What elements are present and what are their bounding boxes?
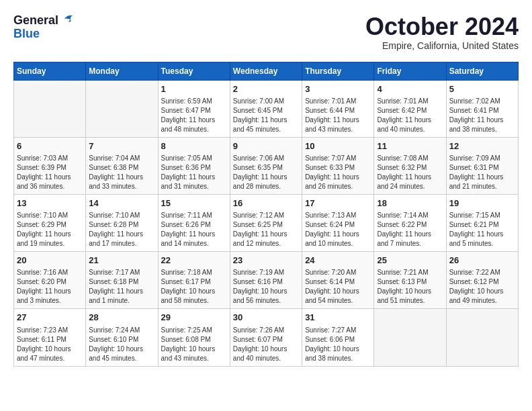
- day-info: Sunrise: 7:16 AMSunset: 6:20 PMDaylight:…: [17, 268, 83, 306]
- calendar-cell: 14Sunrise: 7:10 AMSunset: 6:28 PMDayligh…: [86, 194, 158, 251]
- day-info: Sunrise: 7:02 AMSunset: 6:41 PMDaylight:…: [449, 97, 515, 134]
- day-number: 19: [449, 197, 515, 210]
- day-info: Sunrise: 7:22 AMSunset: 6:12 PMDaylight:…: [449, 268, 515, 306]
- calendar-cell: 24Sunrise: 7:20 AMSunset: 6:14 PMDayligh…: [302, 252, 374, 309]
- calendar-cell: 5Sunrise: 7:02 AMSunset: 6:41 PMDaylight…: [446, 80, 518, 137]
- day-number: 6: [17, 140, 83, 152]
- calendar-cell: [374, 309, 446, 366]
- calendar-cell: [86, 80, 158, 137]
- day-info: Sunrise: 7:07 AMSunset: 6:33 PMDaylight:…: [305, 154, 371, 191]
- weekday-header-friday: Friday: [374, 62, 446, 80]
- calendar-cell: 1Sunrise: 6:59 AMSunset: 6:47 PMDaylight…: [158, 80, 230, 137]
- title-block: October 2024 Empire, California, United …: [365, 13, 519, 51]
- day-number: 15: [161, 197, 227, 210]
- day-number: 13: [17, 197, 83, 210]
- logo-text-general: General: [13, 13, 74, 28]
- calendar-cell: 18Sunrise: 7:14 AMSunset: 6:22 PMDayligh…: [374, 194, 446, 251]
- day-info: Sunrise: 7:10 AMSunset: 6:29 PMDaylight:…: [17, 211, 83, 248]
- day-info: Sunrise: 7:12 AMSunset: 6:25 PMDaylight:…: [233, 211, 299, 248]
- calendar-cell: 10Sunrise: 7:07 AMSunset: 6:33 PMDayligh…: [302, 137, 374, 194]
- day-number: 24: [305, 255, 371, 267]
- day-info: Sunrise: 7:01 AMSunset: 6:42 PMDaylight:…: [377, 97, 443, 134]
- calendar-table: SundayMondayTuesdayWednesdayThursdayFrid…: [13, 62, 519, 367]
- day-info: Sunrise: 7:25 AMSunset: 6:08 PMDaylight:…: [161, 326, 227, 363]
- calendar-cell: 15Sunrise: 7:11 AMSunset: 6:26 PMDayligh…: [158, 194, 230, 251]
- day-info: Sunrise: 7:26 AMSunset: 6:07 PMDaylight:…: [233, 326, 299, 363]
- day-number: 30: [233, 312, 299, 324]
- calendar-cell: 20Sunrise: 7:16 AMSunset: 6:20 PMDayligh…: [14, 252, 86, 309]
- day-number: 2: [233, 83, 299, 95]
- day-info: Sunrise: 7:23 AMSunset: 6:11 PMDaylight:…: [17, 326, 83, 363]
- day-number: 18: [377, 197, 443, 210]
- day-info: Sunrise: 7:27 AMSunset: 6:06 PMDaylight:…: [305, 326, 371, 363]
- weekday-header-wednesday: Wednesday: [230, 62, 302, 80]
- day-info: Sunrise: 7:17 AMSunset: 6:18 PMDaylight:…: [89, 268, 154, 306]
- day-info: Sunrise: 6:59 AMSunset: 6:47 PMDaylight:…: [161, 97, 227, 134]
- calendar-cell: 25Sunrise: 7:21 AMSunset: 6:13 PMDayligh…: [374, 252, 446, 309]
- day-number: 8: [161, 140, 227, 152]
- day-number: 1: [161, 83, 227, 95]
- day-number: 28: [89, 312, 154, 324]
- location-text: Empire, California, United States: [365, 40, 519, 51]
- day-number: 9: [233, 140, 299, 152]
- calendar-cell: 22Sunrise: 7:18 AMSunset: 6:17 PMDayligh…: [158, 252, 230, 309]
- calendar-cell: 8Sunrise: 7:05 AMSunset: 6:36 PMDaylight…: [158, 137, 230, 194]
- day-number: 17: [305, 197, 371, 210]
- day-info: Sunrise: 7:21 AMSunset: 6:13 PMDaylight:…: [377, 268, 443, 306]
- weekday-header-tuesday: Tuesday: [158, 62, 230, 80]
- day-number: 31: [305, 312, 371, 324]
- day-info: Sunrise: 7:03 AMSunset: 6:39 PMDaylight:…: [17, 154, 83, 191]
- calendar-cell: 3Sunrise: 7:01 AMSunset: 6:44 PMDaylight…: [302, 80, 374, 137]
- day-number: 22: [161, 255, 227, 267]
- day-info: Sunrise: 7:14 AMSunset: 6:22 PMDaylight:…: [377, 211, 443, 248]
- calendar-cell: 23Sunrise: 7:19 AMSunset: 6:16 PMDayligh…: [230, 252, 302, 309]
- day-number: 29: [161, 312, 227, 324]
- logo: General Blue: [13, 13, 74, 41]
- calendar-cell: 30Sunrise: 7:26 AMSunset: 6:07 PMDayligh…: [230, 309, 302, 366]
- day-number: 20: [17, 255, 83, 267]
- day-info: Sunrise: 7:01 AMSunset: 6:44 PMDaylight:…: [305, 97, 371, 134]
- calendar-cell: 27Sunrise: 7:23 AMSunset: 6:11 PMDayligh…: [14, 309, 86, 366]
- weekday-header-thursday: Thursday: [302, 62, 374, 80]
- calendar-cell: 11Sunrise: 7:08 AMSunset: 6:32 PMDayligh…: [374, 137, 446, 194]
- day-number: 26: [449, 255, 515, 267]
- calendar-cell: 29Sunrise: 7:25 AMSunset: 6:08 PMDayligh…: [158, 309, 230, 366]
- calendar-cell: 31Sunrise: 7:27 AMSunset: 6:06 PMDayligh…: [302, 309, 374, 366]
- calendar-cell: 4Sunrise: 7:01 AMSunset: 6:42 PMDaylight…: [374, 80, 446, 137]
- day-number: 16: [233, 197, 299, 210]
- day-number: 12: [449, 140, 515, 152]
- day-info: Sunrise: 7:18 AMSunset: 6:17 PMDaylight:…: [161, 268, 227, 306]
- day-number: 10: [305, 140, 371, 152]
- calendar-cell: 16Sunrise: 7:12 AMSunset: 6:25 PMDayligh…: [230, 194, 302, 251]
- calendar-cell: 19Sunrise: 7:15 AMSunset: 6:21 PMDayligh…: [446, 194, 518, 251]
- day-info: Sunrise: 7:13 AMSunset: 6:24 PMDaylight:…: [305, 211, 371, 248]
- day-number: 25: [377, 255, 443, 267]
- day-info: Sunrise: 7:24 AMSunset: 6:10 PMDaylight:…: [89, 326, 154, 363]
- logo-general: General: [13, 13, 58, 27]
- calendar-cell: [14, 80, 86, 137]
- calendar-cell: 26Sunrise: 7:22 AMSunset: 6:12 PMDayligh…: [446, 252, 518, 309]
- calendar-cell: 13Sunrise: 7:10 AMSunset: 6:29 PMDayligh…: [14, 194, 86, 251]
- calendar-cell: 21Sunrise: 7:17 AMSunset: 6:18 PMDayligh…: [86, 252, 158, 309]
- calendar-cell: 17Sunrise: 7:13 AMSunset: 6:24 PMDayligh…: [302, 194, 374, 251]
- day-number: 23: [233, 255, 299, 267]
- day-info: Sunrise: 7:19 AMSunset: 6:16 PMDaylight:…: [233, 268, 299, 306]
- day-number: 27: [17, 312, 83, 324]
- page-header: General Blue October 2024 Empire, Califo…: [13, 13, 519, 51]
- calendar-cell: 6Sunrise: 7:03 AMSunset: 6:39 PMDaylight…: [14, 137, 86, 194]
- calendar-cell: 28Sunrise: 7:24 AMSunset: 6:10 PMDayligh…: [86, 309, 158, 366]
- day-info: Sunrise: 7:10 AMSunset: 6:28 PMDaylight:…: [89, 211, 154, 248]
- day-info: Sunrise: 7:04 AMSunset: 6:38 PMDaylight:…: [89, 154, 154, 191]
- calendar-cell: 7Sunrise: 7:04 AMSunset: 6:38 PMDaylight…: [86, 137, 158, 194]
- calendar-cell: 2Sunrise: 7:00 AMSunset: 6:45 PMDaylight…: [230, 80, 302, 137]
- weekday-header-monday: Monday: [86, 62, 158, 80]
- day-info: Sunrise: 7:15 AMSunset: 6:21 PMDaylight:…: [449, 211, 515, 248]
- calendar-cell: 12Sunrise: 7:09 AMSunset: 6:31 PMDayligh…: [446, 137, 518, 194]
- calendar-cell: 9Sunrise: 7:06 AMSunset: 6:35 PMDaylight…: [230, 137, 302, 194]
- day-number: 11: [377, 140, 443, 152]
- day-number: 4: [377, 83, 443, 95]
- day-number: 3: [305, 83, 371, 95]
- day-info: Sunrise: 7:08 AMSunset: 6:32 PMDaylight:…: [377, 154, 443, 191]
- day-number: 5: [449, 83, 515, 95]
- day-info: Sunrise: 7:05 AMSunset: 6:36 PMDaylight:…: [161, 154, 227, 191]
